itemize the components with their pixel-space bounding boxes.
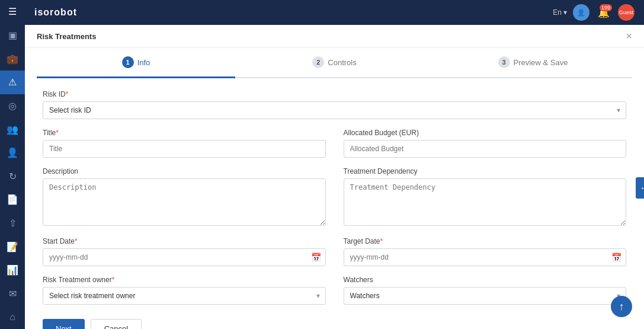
panel-title: Risk Treatments: [37, 32, 96, 41]
owner-col: Risk Treatment owner* Select risk treatm…: [43, 276, 326, 305]
app-logo: isorobot: [34, 7, 77, 18]
treatment-dependency-col: Treatment Dependency: [344, 167, 627, 228]
topbar-right: En ▾ 👤 🔔 199 Guest: [553, 4, 635, 21]
description-textarea[interactable]: [43, 178, 326, 226]
home-icon[interactable]: ⌂: [0, 305, 25, 329]
target-date-col: Target Date* 📅: [344, 237, 627, 266]
tab-info[interactable]: 1 Info: [37, 48, 235, 78]
budget-label: Allocated Budget (EUR): [344, 129, 627, 137]
target-icon[interactable]: ◎: [0, 94, 25, 118]
notification-badge: 199: [600, 4, 612, 11]
tab-preview-num: 3: [498, 56, 510, 68]
button-row: Next Cancel: [43, 319, 626, 329]
form-area: Risk ID* Select risk ID ▾ Title*: [25, 78, 644, 329]
upload-icon[interactable]: ⇧: [0, 212, 25, 235]
briefcase-icon[interactable]: 💼: [0, 47, 25, 71]
wizard-tabs: 1 Info 2 Controls 3 Preview & Save: [37, 48, 632, 78]
user-menu[interactable]: Guest: [618, 4, 635, 21]
back-panel-button[interactable]: ←: [636, 177, 644, 199]
title-budget-row: Title* Allocated Budget (EUR): [43, 129, 626, 158]
start-date-input[interactable]: [43, 248, 326, 266]
close-icon[interactable]: ×: [626, 31, 632, 41]
chevron-down-icon: ▾: [563, 8, 567, 17]
topbar: isorobot En ▾ 👤 🔔 199 Guest: [25, 0, 644, 25]
start-date-wrapper: 📅: [43, 248, 326, 266]
risk-id-group: Risk ID* Select risk ID ▾: [43, 90, 626, 119]
watchers-label: Watchers: [344, 276, 627, 284]
budget-input[interactable]: [344, 140, 627, 158]
people-icon[interactable]: 👥: [0, 117, 25, 141]
target-date-label: Target Date*: [344, 237, 627, 245]
dates-row: Start Date* 📅 Target Date*: [43, 237, 626, 266]
person-icon[interactable]: 👤: [0, 141, 25, 165]
dashboard-icon[interactable]: ▣: [0, 24, 25, 47]
start-date-label: Start Date*: [43, 237, 326, 245]
title-input[interactable]: [43, 140, 326, 158]
tab-preview-save[interactable]: 3 Preview & Save: [434, 48, 632, 78]
owner-watchers-row: Risk Treatment owner* Select risk treatm…: [43, 276, 626, 305]
tab-controls[interactable]: 2 Controls: [235, 48, 434, 78]
tab-info-num: 1: [122, 56, 134, 68]
tab-preview-label: Preview & Save: [514, 58, 568, 67]
target-date-input[interactable]: [344, 248, 627, 266]
title-label: Title*: [43, 129, 326, 137]
language-selector[interactable]: En ▾: [553, 8, 567, 17]
watchers-select-wrapper: Watchers ▾: [344, 287, 627, 305]
main-area: isorobot En ▾ 👤 🔔 199 Guest Risk Treatme…: [25, 0, 644, 329]
treatment-dependency-label: Treatment Dependency: [344, 167, 627, 175]
owner-select-wrapper: Select risk treatment owner ▾: [43, 287, 326, 305]
watchers-col: Watchers Watchers ▾: [344, 276, 627, 305]
tab-info-label: Info: [137, 58, 150, 67]
next-button[interactable]: Next: [43, 319, 85, 329]
risk-id-select[interactable]: Select risk ID: [43, 101, 626, 119]
tab-controls-label: Controls: [328, 58, 356, 67]
title-col: Title*: [43, 129, 326, 158]
risk-treatments-panel: Risk Treatments × 1 Info 2 Controls 3 Pr…: [25, 25, 644, 329]
alert-icon[interactable]: ⚠: [0, 71, 25, 94]
desc-dependency-row: Description Treatment Dependency: [43, 167, 626, 228]
scroll-top-fab[interactable]: ↑: [611, 296, 632, 317]
sidebar: ☰ ▣ 💼 ⚠ ◎ 👥 👤 ↻ 📄 ⇧ 📝 📊 ✉ ⌂: [0, 0, 25, 329]
page-content: Risk Treatments × 1 Info 2 Controls 3 Pr…: [25, 25, 644, 329]
risk-id-select-wrapper: Select risk ID ▾: [43, 101, 626, 119]
avatar[interactable]: 👤: [573, 4, 589, 21]
menu-icon[interactable]: ☰: [0, 0, 25, 24]
refresh-icon[interactable]: ↻: [0, 164, 25, 188]
panel-header: Risk Treatments ×: [25, 25, 644, 48]
owner-select[interactable]: Select risk treatment owner: [43, 287, 326, 305]
budget-col: Allocated Budget (EUR): [344, 129, 627, 158]
notification-bell[interactable]: 🔔 199: [595, 4, 612, 21]
description-label: Description: [43, 167, 326, 175]
risk-id-label: Risk ID*: [43, 90, 626, 98]
send-icon[interactable]: ✉: [0, 282, 25, 306]
tab-controls-num: 2: [312, 56, 324, 68]
owner-label: Risk Treatment owner*: [43, 276, 326, 284]
note-icon[interactable]: 📝: [0, 235, 25, 258]
watchers-select[interactable]: Watchers: [344, 287, 627, 305]
treatment-dependency-textarea[interactable]: [344, 178, 627, 226]
document-icon[interactable]: 📄: [0, 188, 25, 212]
start-date-col: Start Date* 📅: [43, 237, 326, 266]
target-date-wrapper: 📅: [344, 248, 627, 266]
cancel-button[interactable]: Cancel: [91, 319, 142, 329]
chart-icon[interactable]: 📊: [0, 258, 25, 282]
description-col: Description: [43, 167, 326, 228]
